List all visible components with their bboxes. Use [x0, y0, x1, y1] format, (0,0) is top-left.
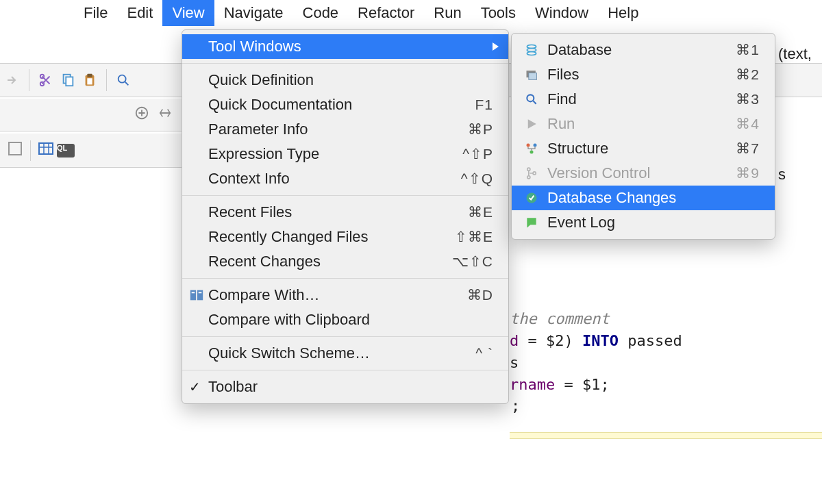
dbchanges-icon — [524, 190, 539, 205]
menu-item-label: Event Log — [547, 214, 760, 231]
menu-item-label: Structure — [547, 140, 736, 158]
menu-item-label: Expression Type — [208, 145, 462, 163]
menu-item-label: Context Info — [208, 170, 461, 188]
run-icon — [524, 116, 539, 131]
menu-item-shortcut: ^ ` — [475, 345, 493, 362]
menu-item-shortcut: ⌘P — [468, 121, 493, 138]
sub-toolbar — [0, 99, 185, 131]
menubar-item-tools[interactable]: Tools — [471, 0, 525, 26]
cut-icon[interactable] — [36, 71, 55, 90]
tool-window-database-changes[interactable]: Database Changes — [512, 186, 775, 210]
compare-icon — [189, 288, 204, 303]
menu-separator — [182, 63, 508, 64]
menu-item-label: Files — [547, 66, 736, 84]
menu-item-recent-files[interactable]: Recent Files⌘E — [182, 200, 508, 225]
svg-point-22 — [534, 144, 537, 147]
tab-sql-icon[interactable]: QL — [57, 144, 75, 158]
menu-item-shortcut: ^⇧P — [462, 146, 493, 162]
menu-item-label: Quick Definition — [208, 71, 493, 89]
svg-rect-11 — [190, 290, 196, 301]
svg-point-21 — [527, 144, 530, 147]
highlight-band — [510, 432, 822, 439]
code-fragment: the comment d = $2) INTO passed s rname … — [510, 286, 682, 396]
menu-item-shortcut: ⇧⌘E — [455, 229, 493, 245]
menu-item-label: Parameter Info — [208, 121, 468, 138]
svg-rect-12 — [197, 290, 203, 301]
menu-separator — [182, 370, 508, 370]
svg-point-20 — [527, 94, 534, 101]
tool-window-structure[interactable]: Structure⌘7 — [512, 136, 775, 161]
svg-rect-10 — [39, 143, 53, 154]
menubar-item-run[interactable]: Run — [424, 0, 471, 26]
code-semicolon: ; — [511, 397, 520, 414]
svg-rect-3 — [66, 77, 73, 86]
menu-item-label: Quick Documentation — [208, 96, 475, 114]
menu-item-label: Version Control — [547, 164, 736, 182]
tool-window-database[interactable]: Database⌘1 — [512, 38, 775, 62]
svg-point-25 — [527, 176, 530, 179]
menu-item-toolbar[interactable]: ✓Toolbar — [182, 375, 508, 399]
menu-item-context-info[interactable]: Context Info^⇧Q — [182, 166, 508, 191]
menubar-item-navigate[interactable]: Navigate — [214, 0, 293, 26]
partial-code-text: (text, — [778, 45, 812, 63]
menu-item-shortcut: ⌥⇧C — [452, 253, 493, 270]
menu-item-shortcut: ⌘9 — [736, 165, 760, 181]
menu-item-compare-with[interactable]: Compare With…⌘D — [182, 283, 508, 307]
menu-item-label: Compare With… — [208, 286, 467, 304]
menu-item-shortcut: ^⇧Q — [461, 171, 493, 187]
partial-code-text: s — [778, 166, 786, 184]
menu-item-label: Recent Changes — [208, 253, 452, 270]
menu-item-quick-switch-scheme[interactable]: Quick Switch Scheme…^ ` — [182, 341, 508, 366]
menubar-item-code[interactable]: Code — [293, 0, 349, 26]
menu-item-label: Find — [547, 90, 736, 108]
menubar-item-refactor[interactable]: Refactor — [348, 0, 424, 26]
menu-separator — [182, 195, 508, 196]
tool-window-event-log[interactable]: Event Log — [512, 210, 775, 235]
menu-item-shortcut: ⌘2 — [736, 66, 760, 83]
toolbar-separator — [29, 69, 29, 91]
menu-item-label: Toolbar — [208, 378, 493, 396]
menubar-item-window[interactable]: Window — [525, 0, 598, 26]
tab-separator — [30, 140, 31, 161]
copy-icon[interactable] — [58, 71, 77, 90]
add-icon[interactable] — [134, 105, 149, 124]
vcs-icon — [524, 166, 539, 181]
menubar-item-file[interactable]: File — [74, 0, 117, 26]
structure-icon — [524, 141, 539, 156]
tool-window-files[interactable]: Files⌘2 — [512, 62, 775, 87]
tab-blank-icon[interactable] — [7, 140, 23, 160]
database-icon — [524, 42, 539, 58]
menubar-item-view[interactable]: View — [162, 0, 214, 26]
svg-rect-19 — [529, 73, 537, 80]
toolbar-separator — [106, 69, 107, 91]
menu-item-shortcut: ⌘7 — [736, 140, 760, 157]
view-menu-dropdown: Tool WindowsQuick DefinitionQuick Docume… — [182, 29, 509, 404]
menu-separator — [182, 278, 508, 279]
menu-item-expression-type[interactable]: Expression Type^⇧P — [182, 142, 508, 166]
tool-window-version-control: Version Control⌘9 — [512, 161, 775, 186]
tool-window-run: Run⌘4 — [512, 112, 775, 136]
tool-window-find[interactable]: Find⌘3 — [512, 87, 775, 112]
menubar-item-help[interactable]: Help — [598, 0, 648, 26]
menu-item-recently-changed-files[interactable]: Recently Changed Files⇧⌘E — [182, 225, 508, 249]
svg-point-24 — [527, 168, 530, 171]
tab-table-icon[interactable] — [38, 140, 54, 160]
menubar-item-edit[interactable]: Edit — [117, 0, 162, 26]
menu-item-quick-definition[interactable]: Quick Definition — [182, 68, 508, 92]
menu-item-recent-changes[interactable]: Recent Changes⌥⇧C — [182, 249, 508, 274]
menu-item-label: Run — [547, 115, 736, 133]
menu-item-shortcut: F1 — [475, 97, 493, 113]
menu-item-tool-windows[interactable]: Tool Windows — [182, 34, 508, 59]
menu-item-quick-documentation[interactable]: Quick DocumentationF1 — [182, 92, 508, 117]
paste-icon[interactable] — [80, 71, 99, 90]
forward-icon[interactable] — [3, 71, 22, 90]
menu-item-label: Database Changes — [547, 189, 760, 207]
svg-rect-14 — [199, 292, 202, 293]
svg-point-17 — [527, 52, 536, 55]
menu-item-shortcut: ⌘1 — [736, 42, 760, 58]
split-icon[interactable] — [158, 105, 173, 124]
main-menubar: FileEditViewNavigateCodeRefactorRunTools… — [0, 0, 822, 26]
menu-item-parameter-info[interactable]: Parameter Info⌘P — [182, 117, 508, 142]
search-icon[interactable] — [114, 71, 133, 90]
menu-item-compare-with-clipboard[interactable]: Compare with Clipboard — [182, 307, 508, 332]
